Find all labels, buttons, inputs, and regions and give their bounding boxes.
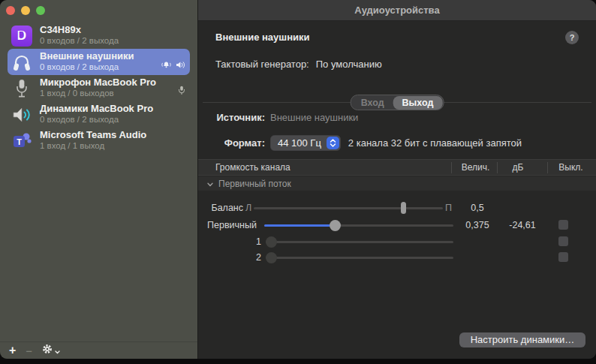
- channel1-row: 1: [198, 236, 596, 248]
- primary-volume-slider[interactable]: [264, 224, 453, 227]
- channel2-row: 2: [198, 251, 596, 263]
- device-name: Динамики MacBook Pro: [40, 104, 153, 115]
- primary-value: 0,375: [454, 220, 501, 230]
- teams-icon: T: [11, 130, 33, 152]
- clock-source-row: Тактовый генератор: По умолчанию: [215, 59, 382, 70]
- group-label: Первичный поток: [218, 179, 291, 189]
- channel2-slider-thumb[interactable]: [266, 252, 277, 263]
- sample-rate-value: 44 100 Гц: [278, 137, 321, 149]
- clock-source-label: Тактовый генератор:: [215, 59, 309, 70]
- device-row-macbook-speakers[interactable]: Динамики MacBook Pro 0 входов / 2 выхода: [8, 101, 190, 128]
- primary-slider-fill: [264, 224, 336, 227]
- column-mute: Выкл.: [550, 162, 591, 173]
- clock-source-value: По умолчанию: [316, 59, 382, 70]
- gear-icon: [42, 344, 53, 357]
- chevron-down-icon: [55, 344, 60, 357]
- device-sidebar: DP C34H89x 0 входов / 2 выхода Внешние н: [0, 0, 198, 359]
- minimize-window-button[interactable]: [21, 6, 30, 15]
- primary-label: Первичный: [198, 220, 257, 230]
- column-volume: Громкость канала: [215, 162, 290, 173]
- primary-stream-group[interactable]: Первичный поток: [198, 176, 596, 191]
- device-row-c34h89x[interactable]: DP C34H89x 0 входов / 2 выхода: [8, 23, 190, 49]
- displayport-icon: DP: [11, 25, 33, 47]
- device-list: DP C34H89x 0 входов / 2 выхода Внешние н: [0, 23, 197, 154]
- column-divider: [451, 162, 452, 173]
- balance-row: Баланс Л П 0,5: [198, 202, 596, 214]
- device-name: Microsoft Teams Audio: [40, 130, 146, 141]
- primary-db: -24,61: [500, 220, 545, 230]
- stepper-arrows-icon: [327, 137, 339, 149]
- primary-volume-row: Первичный 0,375 -24,61: [198, 219, 596, 231]
- io-tabs: Вход Выход: [351, 95, 444, 110]
- balance-slider[interactable]: [254, 207, 443, 209]
- source-row: Источник: Внешние наушники: [215, 112, 358, 123]
- sound-output-icon: [176, 59, 185, 72]
- channel2-volume-slider[interactable]: [266, 257, 453, 259]
- titlebar[interactable]: Аудиоустройства: [198, 0, 596, 21]
- column-value: Велич.: [454, 162, 497, 173]
- channel1-label: 1: [198, 236, 261, 247]
- help-button[interactable]: ?: [565, 31, 579, 44]
- alert-bell-icon: [161, 59, 171, 72]
- zoom-window-button[interactable]: [36, 6, 45, 15]
- column-db: дБ: [500, 162, 536, 173]
- balance-label: Баланс: [198, 203, 243, 213]
- channel2-label: 2: [198, 252, 261, 263]
- tab-output[interactable]: Выход: [393, 96, 443, 110]
- balance-slider-thumb[interactable]: [401, 202, 406, 214]
- microphone-icon: [11, 77, 33, 100]
- add-device-button[interactable]: +: [9, 344, 16, 356]
- selected-device-title: Внешние наушники: [215, 32, 309, 43]
- default-input-icon: [178, 85, 185, 98]
- configure-speakers-button[interactable]: Настроить динамики…: [459, 332, 585, 347]
- headphones-icon: [11, 51, 33, 74]
- device-detail: 1 вход / 1 выход: [40, 141, 146, 151]
- device-name: C34H89x: [40, 25, 119, 36]
- device-detail: 1 вход / 0 выходов: [40, 89, 156, 98]
- balance-right-mark: П: [445, 203, 452, 213]
- source-value: Внешние наушники: [270, 112, 358, 123]
- volume-table-header: Громкость канала Велич. дБ Выкл.: [198, 159, 596, 176]
- column-divider: [497, 162, 498, 173]
- device-detail: 0 входов / 2 выхода: [40, 62, 134, 72]
- device-detail-panel: Внешние наушники ? Тактовый генератор: П…: [198, 21, 596, 359]
- channel1-mute-checkbox[interactable]: [558, 236, 568, 246]
- channel1-slider-thumb[interactable]: [266, 236, 277, 248]
- balance-left-mark: Л: [245, 203, 251, 213]
- channel1-volume-slider[interactable]: [266, 241, 453, 243]
- channel2-mute-checkbox[interactable]: [558, 252, 568, 262]
- actions-menu-button[interactable]: [42, 344, 60, 357]
- sidebar-toolbar: + −: [0, 341, 197, 359]
- source-label: Источник:: [215, 112, 265, 123]
- format-detail: 2 канала 32 бит с плавающей запятой: [348, 137, 522, 149]
- device-name: Микрофон MacBook Pro: [40, 77, 156, 89]
- device-name: Внешние наушники: [40, 51, 134, 62]
- speaker-icon: [11, 104, 33, 126]
- window-title: Аудиоустройства: [354, 5, 439, 16]
- remove-device-button[interactable]: −: [26, 345, 32, 356]
- device-detail: 0 входов / 2 выхода: [40, 115, 153, 125]
- device-row-teams-audio[interactable]: T Microsoft Teams Audio 1 вход / 1 выход: [8, 128, 190, 154]
- sample-rate-dropdown[interactable]: 44 100 Гц: [270, 135, 341, 151]
- device-row-external-headphones[interactable]: Внешние наушники 0 входов / 2 выхода: [8, 49, 190, 75]
- close-window-button[interactable]: [6, 6, 15, 15]
- device-row-macbook-microphone[interactable]: Микрофон MacBook Pro 1 вход / 0 выходов: [8, 75, 190, 101]
- main-panel: Аудиоустройства Внешние наушники ? Такто…: [198, 0, 596, 359]
- format-label: Формат:: [215, 137, 265, 149]
- audio-midi-setup-window: DP C34H89x 0 входов / 2 выхода Внешние н: [0, 0, 596, 359]
- svg-text:T: T: [17, 137, 22, 146]
- device-detail: 0 входов / 2 выхода: [40, 36, 119, 46]
- primary-mute-checkbox[interactable]: [558, 220, 568, 230]
- format-row: Формат: 44 100 Гц 2 канала 32 бит с плав…: [215, 134, 522, 151]
- column-divider: [547, 162, 548, 173]
- disclosure-chevron-icon: [207, 179, 213, 189]
- tab-input[interactable]: Вход: [352, 96, 393, 110]
- window-controls: [6, 6, 45, 15]
- primary-slider-thumb[interactable]: [330, 220, 341, 231]
- balance-value: 0,5: [454, 203, 501, 213]
